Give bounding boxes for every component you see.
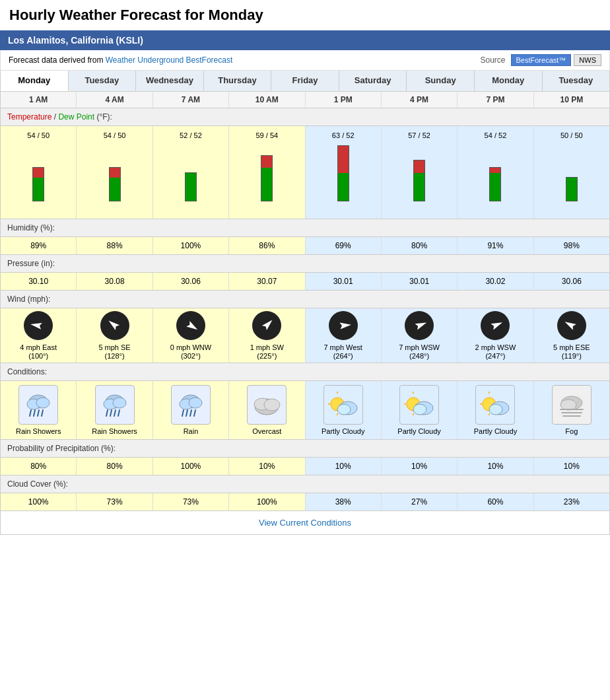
forecast-source-text: Forecast data derived from Weather Under… [9,55,232,65]
pressure-section-header: Pressure (in): [0,255,610,273]
tab-monday-1[interactable]: Monday [1,71,69,91]
precip-cell-4: 10% [306,458,382,475]
location-bar: Los Alamitos, California (KSLI) [0,30,610,50]
cloud-cover-row: 100%73%73%100%38%27%60%23% [0,493,610,511]
bestforecast-button[interactable]: BestForecast™ [511,54,572,66]
svg-marker-7 [563,319,576,330]
pressure-cell-5: 30.01 [382,273,458,290]
svg-line-18 [106,410,108,416]
precipitation-row: 80%80%100%10%10%10%10%10% [0,458,610,475]
condition-cell-3: Overcast [229,381,305,439]
nws-button[interactable]: NWS [574,54,601,66]
forecast-source-row: Forecast data derived from Weather Under… [0,50,610,71]
precip-cell-0: 80% [1,458,77,475]
condition-cell-0: Rain Showers [1,381,77,439]
svg-point-37 [337,404,351,415]
wind-row: 4 mph East (100°) 5 mph SE (128°) 0 mph … [0,308,610,363]
time-4pm: 4 PM [382,92,458,108]
tab-thursday[interactable]: Thursday [204,71,272,91]
time-row: 1 AM 4 AM 7 AM 10 AM 1 PM 4 PM 7 PM 10 P… [0,92,610,108]
wind-cell-7: 5 mph ESE (119°) [534,308,609,363]
humidity-row: 89%88%100%86%69%80%91%98% [0,237,610,255]
precip-cell-1: 80% [77,458,152,475]
conditions-row: Rain Showers Rain Showers Rain [0,381,610,440]
conditions-section-header: Conditions: [0,363,610,381]
temp-cell-1: 54 / 50 [77,126,152,219]
pressure-cell-7: 30.06 [534,273,609,290]
pressure-cell-3: 30.07 [229,273,305,290]
wind-cell-4: 7 mph West (264°) [306,308,382,363]
svg-line-25 [182,410,184,416]
svg-marker-3 [262,318,275,330]
svg-point-17 [113,398,126,408]
footer-row: View Current Conditions [0,511,610,535]
pressure-row: 30.1030.0830.0630.0730.0130.0130.0230.06 [0,273,610,291]
precip-cell-2: 100% [153,458,229,475]
source-buttons: Source BestForecast™ NWS [480,54,601,66]
humidity-cell-2: 100% [153,237,229,254]
time-1am: 1 AM [1,92,77,108]
svg-line-12 [34,410,35,416]
condition-cell-1: Rain Showers [77,381,152,439]
humidity-cell-0: 89% [1,237,77,254]
time-7pm: 7 PM [458,92,533,108]
temp-cell-6: 54 / 52 [458,126,533,219]
precipitation-section-header: Probability of Precipitation (%): [0,440,610,458]
time-10pm: 10 PM [534,92,609,108]
humidity-cell-1: 88% [77,237,152,254]
svg-marker-0 [30,321,42,330]
precip-cell-7: 10% [534,458,609,475]
condition-cell-6: Partly Cloudy [458,381,533,439]
cloud-cover-cell-4: 38% [306,493,382,510]
svg-point-24 [189,398,202,408]
cloud-cover-cell-6: 60% [458,493,533,510]
tab-wednesday[interactable]: Wednesday [136,71,204,91]
svg-line-13 [38,410,39,416]
tab-sunday[interactable]: Sunday [407,71,475,91]
svg-line-14 [42,410,43,416]
weather-underground-link[interactable]: Weather Underground BestForecast [106,55,233,65]
temperature-section-header: Temperature / Dew Point (°F): [0,108,610,126]
location-name: Los Alamitos, California (KSLI) [8,35,143,46]
cloud-cover-section-header: Cloud Cover (%): [0,475,610,493]
svg-point-31 [264,399,280,411]
svg-marker-2 [186,321,199,332]
humidity-section-header: Humidity (%): [0,219,610,237]
precip-cell-3: 10% [229,458,305,475]
cloud-cover-cell-7: 23% [534,493,609,510]
condition-cell-4: Partly Cloudy [306,381,382,439]
svg-marker-4 [339,322,351,330]
svg-line-26 [186,410,187,416]
tab-friday[interactable]: Friday [271,71,339,91]
humidity-cell-3: 86% [229,237,305,254]
view-current-conditions-link[interactable]: View Current Conditions [259,518,351,528]
pressure-cell-0: 30.10 [1,273,77,290]
svg-marker-1 [106,318,119,330]
temp-cell-0: 54 / 50 [1,126,77,219]
svg-line-11 [30,410,31,416]
pressure-cell-4: 30.01 [306,273,382,290]
condition-cell-7: Fog [534,381,609,439]
svg-point-43 [413,404,426,415]
humidity-cell-5: 80% [382,237,458,254]
svg-marker-5 [415,320,428,330]
wind-cell-1: 5 mph SE (128°) [77,308,152,363]
temp-cell-2: 52 / 52 [153,126,229,219]
tab-monday-2[interactable]: Monday [475,71,543,91]
time-10am: 10 AM [229,92,305,108]
wind-section-header: Wind (mph): [0,291,610,308]
humidity-cell-6: 91% [458,237,533,254]
tab-tuesday-2[interactable]: Tuesday [543,71,610,91]
tab-saturday[interactable]: Saturday [339,71,407,91]
humidity-cell-7: 98% [534,237,609,254]
wind-cell-0: 4 mph East (100°) [1,308,77,363]
pressure-cell-2: 30.06 [153,273,229,290]
tab-tuesday-1[interactable]: Tuesday [69,71,137,91]
cloud-cover-cell-2: 73% [153,493,229,510]
svg-point-10 [36,398,50,408]
temp-cell-3: 59 / 54 [229,126,305,219]
wind-cell-6: 2 mph WSW (247°) [458,308,533,363]
condition-cell-2: Rain [153,381,229,439]
pressure-cell-1: 30.08 [77,273,152,290]
time-4am: 4 AM [77,92,152,108]
